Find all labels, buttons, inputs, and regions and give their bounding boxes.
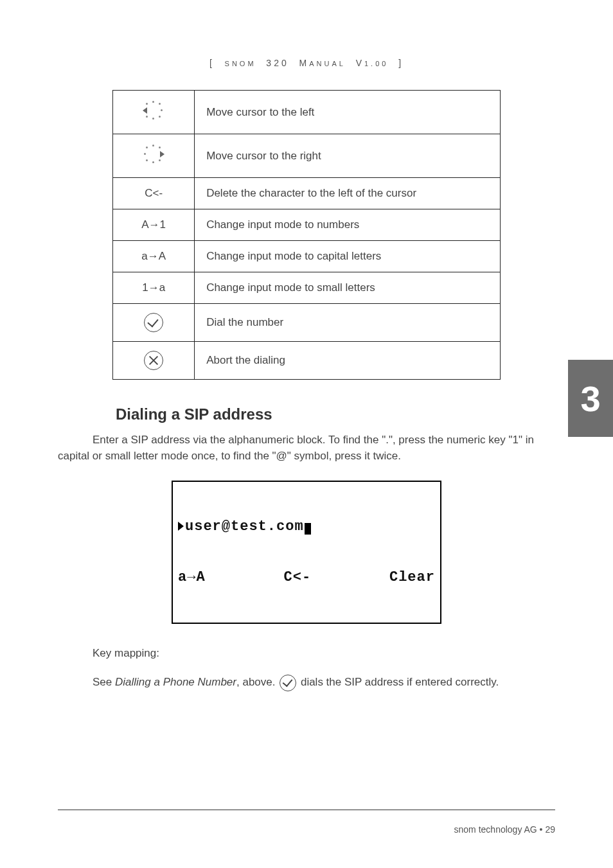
- key-desc: Change input mode to small letters: [195, 272, 501, 304]
- key-desc: Move cursor to the right: [195, 134, 501, 178]
- header-word2-rest: ANUAL: [309, 60, 346, 67]
- para2-mid: , above.: [236, 677, 278, 689]
- key-label: a→A: [113, 241, 195, 272]
- lcd-line-1: user@test.com: [178, 518, 435, 535]
- footer-rule: [58, 810, 555, 810]
- triangle-right-icon: [178, 522, 184, 531]
- cursor-icon: [305, 523, 311, 535]
- key-desc: Move cursor to the left: [195, 91, 501, 134]
- table-row: Dial the number: [113, 304, 501, 342]
- table-row: Abort the dialing: [113, 342, 501, 380]
- bracket-left: [: [209, 58, 215, 68]
- key-desc: Abort the dialing: [195, 342, 501, 380]
- bracket-right: ]: [398, 58, 404, 68]
- key-desc: Dial the number: [195, 304, 501, 342]
- key-cross: [113, 342, 195, 380]
- lcd-softkey-mid: C<-: [283, 569, 311, 586]
- key-desc: Delete the character to the left of the …: [195, 178, 501, 209]
- cross-icon: [144, 351, 163, 370]
- navpad-right-icon: [143, 143, 164, 165]
- header-ver-v: V: [356, 58, 364, 68]
- check-icon: [280, 675, 296, 691]
- header-word1: SNOM: [225, 60, 256, 67]
- section-heading: Dialing a SIP address: [116, 405, 555, 423]
- key-label: C<-: [113, 178, 195, 209]
- table-row: C<- Delete the character to the left of …: [113, 178, 501, 209]
- lcd-display: user@test.com a→A C<- Clear: [172, 481, 441, 624]
- table-row: Move cursor to the left: [113, 91, 501, 134]
- table-row: Move cursor to the right: [113, 134, 501, 178]
- footer-text: snom technology AG • 29: [454, 824, 555, 835]
- lcd-softkey-left: a→A: [178, 569, 206, 586]
- table-row: a→A Change input mode to capital letters: [113, 241, 501, 272]
- lcd-line-2: a→A C<- Clear: [178, 569, 435, 586]
- key-label: A→1: [113, 209, 195, 241]
- key-label: 1→a: [113, 272, 195, 304]
- key-check: [113, 304, 195, 342]
- para2-pre: See: [93, 677, 115, 689]
- paragraph-1: Enter a SIP address via the alphanumeric…: [58, 432, 555, 464]
- page-header: [ SNOM 320 MANUAL V1.00 ]: [58, 58, 555, 68]
- para2-emph: Dialling a Phone Number: [115, 677, 236, 689]
- para2-post: dials the SIP address if entered correct…: [298, 677, 499, 689]
- key-nav-left: [113, 91, 195, 134]
- header-ver-num: 1.00: [364, 60, 388, 67]
- keymapping-label: Key mapping:: [58, 646, 555, 662]
- lcd-text: user@test.com: [185, 518, 304, 535]
- key-desc: Change input mode to capital letters: [195, 241, 501, 272]
- header-word2-cap: M: [299, 58, 310, 68]
- paragraph-2: See Dialling a Phone Number, above. dial…: [58, 675, 555, 691]
- key-desc: Change input mode to numbers: [195, 209, 501, 241]
- check-icon: [144, 313, 163, 332]
- table-row: A→1 Change input mode to numbers: [113, 209, 501, 241]
- keymap-table: Move cursor to the left Move cursor to t…: [112, 90, 501, 380]
- key-nav-right: [113, 134, 195, 178]
- chapter-tab: 3: [568, 360, 613, 437]
- table-row: 1→a Change input mode to small letters: [113, 272, 501, 304]
- navpad-left-icon: [143, 100, 164, 121]
- header-num: 320: [266, 58, 289, 68]
- lcd-softkey-right: Clear: [389, 569, 435, 586]
